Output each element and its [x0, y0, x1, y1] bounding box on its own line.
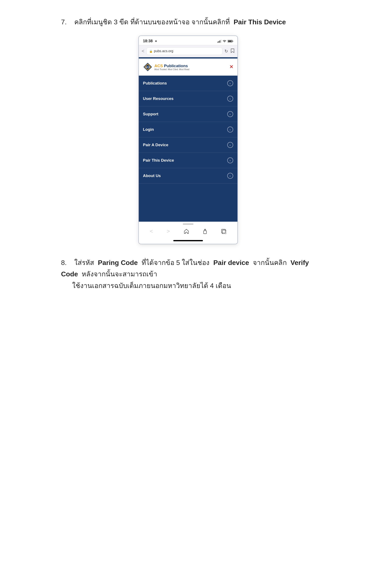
phone-mockup: 18:38 ✦ — [138, 35, 238, 244]
svg-rect-0 — [218, 42, 218, 43]
menu-item-about-us[interactable]: About Us › — [139, 168, 237, 184]
menu-item-publications[interactable]: Publications › — [139, 76, 237, 91]
url-text: pubs.acs.org — [154, 49, 173, 53]
page-wrapper: 7. คลิกที่เมนูชิด 3 ขีด ที่ด้านบนของหน้า… — [61, 17, 315, 291]
browser-bar: < 🔒 pubs.acs.org ↻ — [139, 45, 237, 57]
bottom-nav: < > — [139, 222, 237, 244]
refresh-button[interactable]: ↻ — [224, 49, 228, 54]
instruction-8-bold1: Paring Code — [98, 259, 138, 266]
blue-spacer-area — [139, 184, 237, 222]
svg-rect-5 — [228, 41, 232, 42]
acs-text: ACS Publications Most Trusted. Most Cite… — [155, 63, 190, 71]
menu-item-pair-this-device-chevron: › — [227, 158, 233, 163]
browser-url-bar[interactable]: 🔒 pubs.acs.org — [146, 47, 222, 55]
menu-item-user-resources-chevron: › — [227, 96, 233, 102]
menu-item-about-us-label: About Us — [143, 173, 161, 178]
menu-list: Publications › User Resources › Support … — [139, 76, 237, 184]
nav-home-button[interactable] — [184, 229, 189, 234]
menu-item-login[interactable]: Login › — [139, 122, 237, 137]
acs-diamond-logo: ACS — [143, 62, 152, 72]
menu-item-support[interactable]: Support › — [139, 106, 237, 122]
instruction-8-text3: จากนั้นคลิก — [253, 259, 287, 266]
svg-text:ACS: ACS — [145, 66, 150, 68]
nav-share-button[interactable] — [203, 229, 207, 234]
location-icon: ✦ — [155, 40, 157, 43]
instruction-8: 8. ใส่รหัส Paring Code ที่ได้จากข้อ 5 ใส… — [61, 257, 315, 291]
instruction-8-bold2: Pair device — [213, 259, 249, 266]
instruction-8-number: 8. — [61, 259, 67, 266]
menu-item-pair-a-device[interactable]: Pair A Device › — [139, 137, 237, 153]
nav-back-button[interactable]: < — [150, 228, 153, 234]
svg-rect-1 — [219, 41, 219, 43]
status-bar: 18:38 ✦ — [139, 36, 237, 45]
instruction-7: 7. คลิกที่เมนูชิด 3 ขีด ที่ด้านบนของหน้า… — [61, 17, 315, 27]
close-menu-button[interactable]: ✕ — [229, 64, 233, 70]
instruction-7-bold: Pair This Device — [234, 18, 286, 26]
status-time: 18:38 ✦ — [143, 39, 157, 43]
acs-logo: ACS ACS Publications Most Trusted. Most … — [143, 62, 190, 72]
acs-logo-header: ACS ACS Publications Most Trusted. Most … — [139, 59, 237, 76]
acs-subtitle: Most Trusted. Most Cited. Most Read. — [155, 68, 190, 71]
bottom-nav-buttons: < > — [139, 225, 237, 238]
nav-tabs-button[interactable] — [221, 229, 226, 234]
svg-rect-11 — [204, 231, 207, 234]
bookmark-button[interactable] — [231, 48, 234, 54]
instruction-8-text4: หลังจากนั้นจะสามารถเข้า — [82, 270, 157, 278]
menu-item-pair-a-device-chevron: › — [227, 142, 233, 148]
instruction-8-line2: ใช้งานเอกสารฉบับเต็มภายนอกมหาวิทยาลัยได้… — [61, 280, 315, 291]
wifi-icon — [223, 40, 226, 43]
battery-icon — [228, 40, 233, 43]
svg-rect-6 — [232, 41, 233, 42]
svg-rect-3 — [221, 40, 221, 43]
nav-handle-bar — [183, 223, 193, 225]
menu-item-support-label: Support — [143, 112, 158, 116]
menu-item-publications-chevron: › — [227, 80, 233, 86]
menu-item-pair-a-device-label: Pair A Device — [143, 143, 168, 147]
menu-item-login-chevron: › — [227, 126, 233, 133]
menu-item-about-us-chevron: › — [227, 173, 233, 179]
status-icons — [218, 40, 233, 43]
acs-brand-name: ACS Publications — [155, 63, 188, 68]
signal-icon — [218, 40, 221, 43]
svg-rect-12 — [221, 229, 225, 233]
svg-rect-2 — [220, 40, 220, 43]
nav-handle-area — [139, 222, 237, 225]
browser-back-button[interactable]: < — [142, 48, 144, 54]
menu-item-user-resources[interactable]: User Resources › — [139, 91, 237, 106]
lock-icon: 🔒 — [149, 50, 153, 53]
instruction-8-text1: ใส่รหัส — [74, 259, 94, 266]
browser-actions: ↻ — [224, 48, 234, 54]
instruction-8-text2: ที่ได้จากข้อ 5 ใส่ในช่อง — [142, 259, 210, 266]
menu-item-user-resources-label: User Resources — [143, 96, 174, 101]
menu-item-publications-label: Publications — [143, 81, 167, 85]
instruction-7-number: 7. — [61, 18, 67, 26]
svg-rect-13 — [222, 230, 226, 234]
menu-item-pair-this-device-label: Pair This Device — [143, 158, 174, 163]
instruction-7-text: คลิกที่เมนูชิด 3 ขีด ที่ด้านบนของหน้าจอ … — [74, 18, 230, 26]
menu-item-support-chevron: › — [227, 111, 233, 117]
menu-item-pair-this-device[interactable]: Pair This Device › — [139, 153, 237, 168]
nav-forward-button[interactable]: > — [167, 228, 170, 234]
menu-item-login-label: Login — [143, 127, 154, 132]
